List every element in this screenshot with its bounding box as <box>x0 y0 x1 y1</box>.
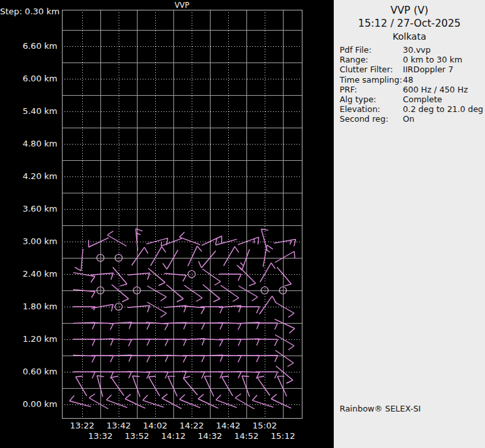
wind-barb <box>147 302 166 317</box>
metadata-row: Clutter Filter:IIRDoppler 7 <box>340 64 484 74</box>
wind-barb <box>183 339 205 345</box>
wind-barb <box>180 395 201 408</box>
wind-barb <box>91 305 113 312</box>
x-axis-tick-label: 14:02 <box>143 421 167 430</box>
metadata-row: Alg type:Complete <box>340 94 484 104</box>
metadata-row: Time sampling:48 <box>340 75 484 85</box>
metadata-value: 600 Hz / 450 Hz <box>403 85 468 94</box>
wind-barb <box>275 335 294 350</box>
plot-border <box>62 10 302 418</box>
wind-barb <box>205 376 214 397</box>
wind-barb <box>89 238 109 247</box>
wind-barb <box>276 366 293 384</box>
wind-barb <box>73 322 95 329</box>
wind-barb <box>222 376 233 396</box>
wind-barb <box>275 251 295 262</box>
metadata-fields: Pdf File:30.vvpRange:0 km to 30 kmClutte… <box>340 45 484 124</box>
wind-barb <box>274 240 296 247</box>
metadata-label: Pdf File: <box>340 45 403 55</box>
wind-barb <box>164 371 186 378</box>
x-axis-tick-label: 14:22 <box>179 421 203 430</box>
metadata-row: PRF:600 Hz / 450 Hz <box>340 85 484 94</box>
wind-barb <box>162 394 181 409</box>
wind-barb <box>199 251 216 268</box>
wind-barb <box>76 376 87 396</box>
wind-barb <box>106 395 127 407</box>
panel-datetime: 15:12 / 27-Oct-2025 <box>334 18 485 29</box>
metadata-value: IIRDoppler 7 <box>403 64 453 74</box>
wind-barb <box>148 268 165 286</box>
wind-barb <box>242 376 250 397</box>
wind-barb <box>149 376 160 396</box>
metadata-row: Pdf File:30.vvp <box>340 45 484 55</box>
metadata-row: Range:0 km to 30 km <box>340 55 484 64</box>
wind-barb <box>184 285 203 301</box>
wind-barb <box>89 394 108 409</box>
wind-barb <box>183 376 198 395</box>
x-axis-tick-label: 13:42 <box>106 421 130 430</box>
wind-barb <box>73 273 95 283</box>
wind-barb <box>259 296 276 315</box>
wind-barb <box>276 350 294 367</box>
wind-barb <box>110 355 132 361</box>
wind-barb <box>147 238 168 245</box>
wind-barb <box>235 394 254 409</box>
x-axis-tick-label: 13:32 <box>88 431 112 441</box>
wind-barb <box>128 273 150 279</box>
wind-barb <box>274 319 295 333</box>
wind-barb <box>125 394 145 408</box>
wind-barb <box>164 273 186 281</box>
wind-barb <box>70 395 91 406</box>
metadata-label: Range: <box>340 55 403 64</box>
wind-barb <box>163 250 178 269</box>
wind-barb <box>271 394 291 408</box>
wind-barb <box>132 376 140 397</box>
metadata-label: PRF: <box>340 85 403 94</box>
wind-barb <box>238 237 259 245</box>
wind-barb <box>216 395 237 407</box>
metadata-value: 30.vvp <box>403 45 431 55</box>
panel-site: Kolkata <box>334 31 485 42</box>
metadata-label: Alg type: <box>340 94 403 104</box>
x-axis-tick-label: 14:52 <box>234 431 258 441</box>
x-axis-tick-label: 14:42 <box>216 421 240 430</box>
wind-barb <box>240 268 256 286</box>
metadata-value: 48 <box>403 75 413 85</box>
wind-barb <box>151 247 166 266</box>
panel-title: VVP (V) <box>334 5 485 16</box>
wind-barb <box>239 286 257 301</box>
x-axis-tick-label: 15:02 <box>252 421 276 430</box>
x-axis-tick-label: 13:52 <box>125 431 149 441</box>
wind-barb <box>203 285 220 302</box>
wind-barb <box>143 395 164 408</box>
calm-wind-icon <box>188 271 196 278</box>
metadata-label: Time sampling: <box>340 75 403 85</box>
wind-barb <box>108 231 126 246</box>
wind-barb <box>128 305 150 312</box>
wind-barb <box>111 376 125 396</box>
wind-barb <box>132 247 148 266</box>
info-panel: VVP (V) 15:12 / 27-Oct-2025 Kolkata Pdf … <box>334 0 485 448</box>
vvp-window: VVP Step: 0.30 km 6.60 km6.00 km5.40 km4… <box>0 0 485 448</box>
metadata-row: Second reg:On <box>340 114 484 124</box>
metadata-row: Elevation:0.2 deg to 21.0 deg <box>340 104 484 114</box>
x-axis-tick-label: 14:12 <box>161 431 185 441</box>
wind-barb <box>237 339 259 345</box>
x-axis-tick-label: 13:22 <box>70 421 94 430</box>
wind-barb <box>221 285 239 301</box>
wind-barb <box>111 285 128 302</box>
wind-barb <box>224 247 239 266</box>
metadata-label: Second reg: <box>340 114 403 124</box>
wind-barb <box>201 355 223 361</box>
x-axis-tick-label: 14:32 <box>198 431 222 441</box>
metadata-label: Clutter Filter: <box>340 64 403 74</box>
wind-barb <box>219 274 241 281</box>
metadata-value: Complete <box>403 94 442 104</box>
wind-barb <box>277 267 291 286</box>
wind-barb <box>164 305 186 312</box>
brand-footer: Rainbow® SELEX-SI <box>340 404 421 413</box>
wind-barb <box>179 232 200 244</box>
wind-barb <box>91 339 113 345</box>
wind-barb <box>73 290 95 298</box>
wind-barb <box>75 249 83 271</box>
